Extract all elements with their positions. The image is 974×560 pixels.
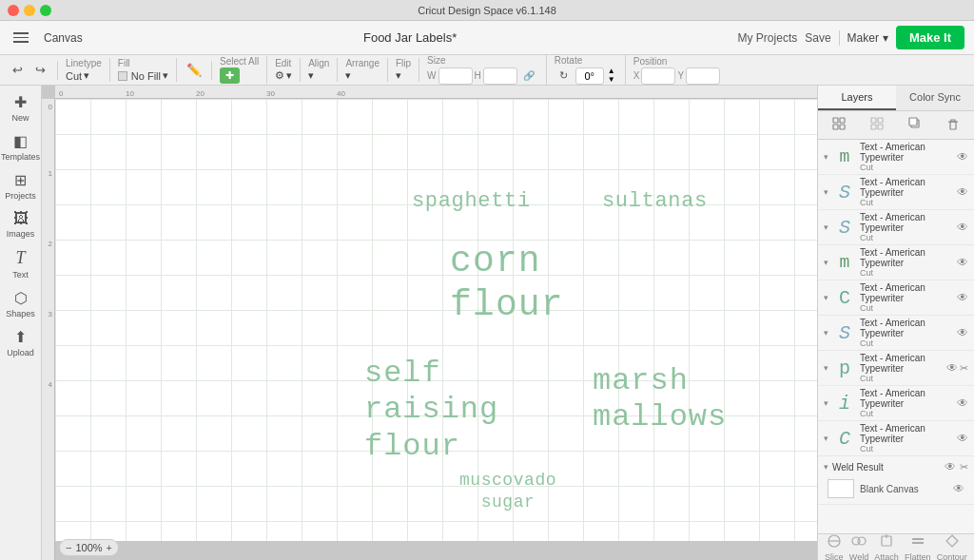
- canvas-text-spaghetti[interactable]: spaghetti: [412, 189, 531, 213]
- select-all-button[interactable]: ✚: [220, 68, 240, 84]
- linetype-select[interactable]: Cut ▾: [66, 69, 89, 82]
- eye-icon[interactable]: 👁: [957, 291, 968, 304]
- align-select[interactable]: ▾: [308, 69, 314, 82]
- flip-select[interactable]: ▾: [396, 69, 401, 82]
- maker-button[interactable]: Maker ▾: [847, 31, 888, 45]
- eye-icon[interactable]: 👁: [957, 432, 968, 445]
- redo-button[interactable]: ↪: [30, 61, 49, 80]
- zoom-in-button[interactable]: +: [107, 542, 112, 553]
- right-panel: Layers Color Sync ▾ m T: [817, 86, 974, 560]
- canvas-text-marshmallows[interactable]: marshmallows: [593, 363, 727, 436]
- hamburger-menu[interactable]: [10, 27, 32, 49]
- menu-bar: Canvas Food Jar Labels* My Projects Save…: [0, 21, 974, 55]
- group-button[interactable]: [830, 115, 847, 135]
- templates-icon: ◧: [13, 132, 28, 150]
- size-w-input[interactable]: [438, 68, 473, 85]
- edit-select[interactable]: ⚙ ▾: [275, 69, 292, 82]
- eye-icon[interactable]: 👁: [957, 150, 968, 164]
- sidebar-item-templates[interactable]: ◧ Templates: [4, 128, 38, 165]
- svg-rect-3: [840, 125, 845, 129]
- layer-item[interactable]: ▾ p Text - American Typewriter Cut 👁 ✂: [818, 351, 974, 386]
- slice-button[interactable]: Slice: [825, 533, 844, 561]
- ungroup-button[interactable]: [868, 115, 886, 135]
- layer-preview: i: [833, 392, 856, 415]
- close-button[interactable]: [8, 5, 19, 16]
- flatten-button[interactable]: Flatten: [905, 533, 931, 561]
- align-item: Align ▾: [308, 58, 329, 82]
- scissors-icon[interactable]: ✂: [960, 362, 968, 375]
- canvas-text-cornflour[interactable]: cornflour: [450, 240, 564, 326]
- tab-layers[interactable]: Layers: [818, 86, 896, 110]
- lock-aspect-button[interactable]: 🔗: [519, 67, 538, 86]
- pencil-button[interactable]: ✏️: [185, 61, 204, 80]
- canvas-text-muscovado[interactable]: muscovadosugar: [459, 470, 556, 514]
- weld-button[interactable]: Weld: [849, 533, 868, 561]
- layer-item[interactable]: ▾ m Text - American Typewriter Cut 👁: [818, 245, 974, 280]
- expand-icon: ▾: [824, 222, 833, 232]
- position-x-label: X: [633, 70, 640, 81]
- canvas-text-sultanas[interactable]: sultanas: [602, 189, 708, 213]
- rotate-up-button[interactable]: ▲: [606, 68, 617, 75]
- rotate-label: Rotate: [555, 55, 582, 66]
- tab-color-sync[interactable]: Color Sync: [896, 86, 974, 110]
- zoom-out-button[interactable]: −: [66, 542, 71, 553]
- sidebar-item-upload[interactable]: ⬆ Upload: [4, 324, 38, 361]
- canvas-grid[interactable]: spaghetti sultanas cornflour selfraising…: [55, 99, 817, 541]
- eye-icon[interactable]: 👁: [957, 185, 968, 199]
- canvas-area[interactable]: 0 10 20 30 40 0 1 2 3 4 spaghetti sultan…: [42, 86, 817, 560]
- save-button[interactable]: Save: [805, 31, 830, 45]
- maximize-button[interactable]: [40, 5, 51, 16]
- weld-canvas-eye-icon[interactable]: 👁: [953, 482, 964, 495]
- eye-icon[interactable]: 👁: [957, 326, 968, 339]
- arrange-select[interactable]: ▾: [345, 69, 351, 82]
- layer-item[interactable]: ▾ S Text - American Typewriter Cut 👁: [818, 316, 974, 351]
- eye-icon[interactable]: 👁: [946, 361, 958, 375]
- rotate-icon[interactable]: ↻: [555, 67, 574, 86]
- layer-item[interactable]: ▾ C Text - American Typewriter Cut 👁: [818, 280, 974, 316]
- position-y-input[interactable]: [686, 68, 720, 85]
- rotate-input[interactable]: [575, 68, 604, 85]
- upload-icon: ⬆: [14, 328, 27, 346]
- sidebar-item-shapes[interactable]: ⬡ Shapes: [4, 285, 38, 322]
- attach-label: Attach: [874, 552, 899, 561]
- project-title: Food Jar Labels*: [90, 30, 730, 45]
- main-content: ✚ New ◧ Templates ⊞ Projects 🖼 Images T …: [0, 86, 974, 560]
- sidebar-item-projects[interactable]: ⊞ Projects: [4, 167, 38, 204]
- undo-button[interactable]: ↩: [8, 61, 27, 80]
- my-projects-button[interactable]: My Projects: [738, 31, 798, 45]
- chevron-down-icon: ▾: [286, 69, 292, 82]
- layer-item[interactable]: ▾ S Text - American Typewriter Cut 👁: [818, 175, 974, 210]
- layer-cut: Cut: [860, 444, 957, 454]
- expand-icon: ▾: [824, 187, 833, 197]
- canvas-text-self-raising[interactable]: selfraisingflour: [364, 356, 498, 465]
- eye-icon[interactable]: 👁: [957, 256, 968, 269]
- make-it-button[interactable]: Make It: [896, 26, 964, 49]
- layer-item[interactable]: ▾ C Text - American Typewriter Cut 👁: [818, 421, 974, 456]
- layer-item[interactable]: ▾ m Text - American Typewriter Cut 👁: [818, 140, 974, 175]
- rotate-down-button[interactable]: ▼: [606, 76, 617, 84]
- layer-item[interactable]: ▾ i Text - American Typewriter Cut 👁: [818, 386, 974, 421]
- chevron-down-icon: ▾: [84, 69, 89, 82]
- eye-icon[interactable]: 👁: [957, 221, 968, 234]
- layer-info: Text - American Typewriter Cut: [860, 353, 946, 383]
- position-x-input[interactable]: [641, 68, 675, 85]
- minimize-button[interactable]: [24, 5, 35, 16]
- sidebar-item-images[interactable]: 🖼 Images: [4, 206, 38, 242]
- duplicate-button[interactable]: [906, 115, 924, 135]
- eye-icon[interactable]: 👁: [957, 396, 968, 410]
- attach-button[interactable]: Attach: [874, 533, 899, 561]
- weld-scissors-icon[interactable]: ✂: [960, 461, 968, 473]
- fill-select[interactable]: No Fill ▾: [118, 69, 168, 82]
- delete-button[interactable]: [945, 116, 962, 135]
- sidebar-item-text[interactable]: T Text: [4, 244, 38, 283]
- contour-button[interactable]: Contour: [937, 533, 967, 561]
- shapes-icon: ⬡: [14, 289, 28, 307]
- layer-name: Text - American Typewriter: [860, 212, 957, 233]
- sidebar-item-new[interactable]: ✚ New: [4, 89, 38, 126]
- size-h-input[interactable]: [483, 68, 517, 85]
- layer-cut: Cut: [860, 198, 957, 207]
- layer-info: Text - American Typewriter Cut: [860, 142, 957, 172]
- weld-eye-icon[interactable]: 👁: [945, 460, 956, 473]
- projects-icon: ⊞: [14, 171, 27, 189]
- layer-item[interactable]: ▾ S Text - American Typewriter Cut 👁: [818, 210, 974, 245]
